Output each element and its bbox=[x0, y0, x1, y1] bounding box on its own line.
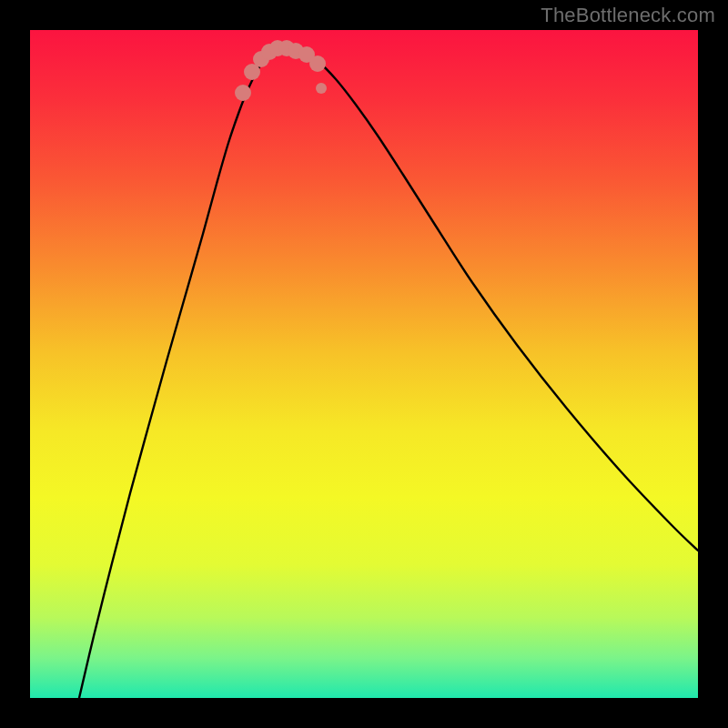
gradient-background bbox=[30, 30, 698, 698]
valley-marker bbox=[235, 85, 251, 101]
valley-marker bbox=[316, 83, 327, 94]
watermark-label: TheBottleneck.com bbox=[541, 4, 715, 27]
chart-frame: TheBottleneck.com bbox=[0, 0, 728, 728]
plot-area bbox=[30, 30, 698, 698]
valley-marker bbox=[309, 56, 326, 72]
bottleneck-chart bbox=[30, 30, 698, 698]
